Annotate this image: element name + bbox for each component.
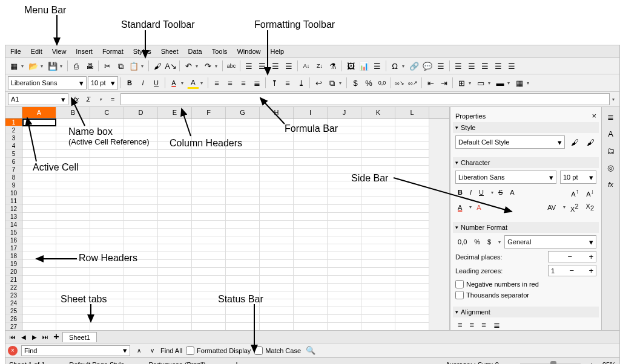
cell[interactable]	[328, 284, 361, 291]
cell[interactable]	[361, 284, 395, 291]
font-color-button[interactable]: A	[168, 77, 180, 89]
cell[interactable]	[124, 307, 158, 315]
cell[interactable]	[22, 284, 56, 291]
find-options-button[interactable]: 🔍	[305, 345, 317, 357]
cell[interactable]	[124, 284, 158, 291]
paste-dropdown[interactable]: ▾	[141, 63, 146, 69]
cell[interactable]	[22, 268, 56, 276]
cell[interactable]	[294, 291, 328, 299]
equals-icon[interactable]: =	[107, 94, 118, 105]
cell[interactable]	[192, 323, 226, 330]
cell[interactable]	[158, 299, 192, 307]
cell[interactable]	[328, 134, 361, 142]
export-pdf-button[interactable]: ⎙	[70, 60, 82, 72]
cell[interactable]	[124, 150, 158, 158]
bgcolor-button[interactable]: ▬	[494, 77, 506, 89]
cell[interactable]	[22, 244, 56, 252]
cell[interactable]	[56, 229, 90, 236]
select-all-corner[interactable]	[5, 107, 22, 118]
sidebar-percent-button[interactable]: %	[472, 237, 483, 247]
number-format-button[interactable]: 0,0	[376, 77, 388, 89]
cell[interactable]	[395, 213, 429, 221]
align-center-button[interactable]: ≡	[224, 77, 236, 89]
insert-chart-button[interactable]: 📊	[358, 60, 370, 72]
cell[interactable]	[22, 315, 56, 323]
cell[interactable]	[158, 276, 192, 284]
cell[interactable]	[192, 197, 226, 205]
cell[interactable]	[361, 323, 395, 330]
cell-style-combo[interactable]: Default Cell Style▾	[455, 135, 565, 149]
sidebar-tab-properties[interactable]: ≣	[604, 109, 618, 124]
menu-help[interactable]: Help	[268, 47, 287, 56]
cell[interactable]	[22, 119, 56, 126]
cell[interactable]	[226, 252, 260, 260]
cell[interactable]	[260, 189, 294, 197]
cell[interactable]	[22, 260, 56, 268]
row-button[interactable]: ☰	[243, 60, 255, 72]
cell[interactable]	[260, 205, 294, 213]
increase-indent-button[interactable]: ⇥	[438, 77, 450, 89]
cell[interactable]	[158, 174, 192, 181]
valign-middle-button[interactable]: ≡	[282, 77, 294, 89]
leading-zeroes-spinner[interactable]: 1−+	[548, 265, 596, 276]
cell[interactable]	[22, 307, 56, 315]
row-header[interactable]: 14	[5, 221, 22, 229]
cell[interactable]	[192, 189, 226, 197]
cell[interactable]	[328, 221, 361, 229]
cell[interactable]	[395, 134, 429, 142]
column-header-b[interactable]: B	[56, 107, 90, 118]
cell[interactable]	[395, 276, 429, 284]
cell[interactable]	[124, 166, 158, 174]
sidebar-currency-dropdown[interactable]: ▾	[496, 238, 501, 246]
cell[interactable]	[260, 134, 294, 142]
cell[interactable]	[294, 284, 328, 291]
column-header-d[interactable]: D	[124, 107, 158, 118]
cell[interactable]	[260, 142, 294, 150]
cell[interactable]	[328, 291, 361, 299]
special-char-button[interactable]: Ω	[389, 60, 401, 72]
spellcheck-button[interactable]: abc	[225, 60, 237, 72]
decrease-decimals-button[interactable]: ₀₀↘	[394, 77, 406, 89]
cell[interactable]	[90, 315, 124, 323]
cell[interactable]	[361, 268, 395, 276]
open-dropdown[interactable]: ▾	[41, 63, 45, 69]
cell[interactable]	[56, 119, 90, 126]
column-header-g[interactable]: G	[226, 107, 260, 118]
cell[interactable]	[294, 307, 328, 315]
sidebar-tab-styles[interactable]: A	[604, 126, 618, 141]
valign-top-button[interactable]: ⤒	[268, 77, 280, 89]
cell[interactable]	[395, 284, 429, 291]
conditional-button[interactable]: ▦	[513, 77, 526, 89]
undo-button[interactable]: ↶	[182, 60, 194, 72]
cell[interactable]	[124, 315, 158, 323]
menu-format[interactable]: Format	[100, 47, 126, 56]
cell[interactable]	[56, 268, 90, 276]
row-header[interactable]: 16	[5, 236, 22, 244]
cell[interactable]	[294, 221, 328, 229]
cell[interactable]	[361, 299, 395, 307]
sigma-icon[interactable]: Σ	[83, 94, 94, 105]
sidebar-tab-navigator[interactable]: ◎	[604, 160, 618, 175]
menu-data[interactable]: Data	[185, 47, 204, 56]
cell[interactable]	[56, 205, 90, 213]
status-zoom[interactable]: 95%	[602, 361, 616, 364]
cell[interactable]	[260, 299, 294, 307]
cell[interactable]	[361, 252, 395, 260]
cell[interactable]	[395, 126, 429, 134]
cell[interactable]	[328, 244, 361, 252]
row-header[interactable]: 25	[5, 307, 22, 315]
cell[interactable]	[22, 134, 56, 142]
cell[interactable]	[56, 150, 90, 158]
border-style-button[interactable]: ▭	[475, 77, 487, 89]
cell[interactable]	[226, 197, 260, 205]
cell[interactable]	[90, 213, 124, 221]
cell[interactable]	[192, 307, 226, 315]
sidebar-fontcolor-dropdown[interactable]: ▾	[467, 203, 472, 211]
clone-formatting-button[interactable]: 🖌	[151, 60, 163, 72]
cell[interactable]	[192, 150, 226, 158]
row-header[interactable]: 19	[5, 260, 22, 268]
row-header[interactable]: 13	[5, 213, 22, 221]
cell[interactable]	[22, 142, 56, 150]
sidebar-tab-gallery[interactable]: 🗂	[604, 143, 618, 158]
cell[interactable]	[158, 189, 192, 197]
